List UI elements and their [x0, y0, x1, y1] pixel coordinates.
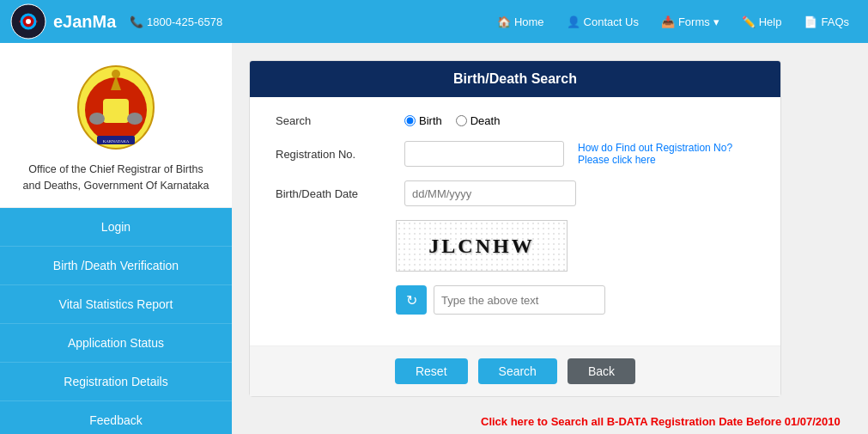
- reset-button[interactable]: Reset: [395, 358, 468, 384]
- content-area: Birth/Death Search Search Birth Death: [232, 43, 868, 434]
- captcha-text: JLCNHW: [428, 235, 534, 258]
- birth-radio-label[interactable]: Birth: [404, 114, 442, 127]
- phone-number: 1800-425-6578: [130, 15, 222, 28]
- search-button[interactable]: Search: [478, 358, 557, 384]
- reg-no-label: Registration No.: [276, 148, 396, 161]
- reg-no-help-link[interactable]: How do Find out Registration No?Please c…: [578, 142, 755, 166]
- nav-forms[interactable]: 📥 Forms ▾: [653, 10, 728, 34]
- svg-point-6: [89, 113, 105, 125]
- sidebar-item-reg-details[interactable]: Registration Details: [0, 363, 232, 401]
- sidebar-item-login[interactable]: Login: [0, 208, 232, 247]
- sidebar-item-feedback[interactable]: Feedback: [0, 401, 232, 435]
- search-card-body: Search Birth Death Registratio: [250, 97, 780, 345]
- scroll-ticker: Click here to Search all B-DATA Registra…: [464, 412, 868, 431]
- date-row: Birth/Death Date: [276, 180, 755, 206]
- sidebar-item-app-status[interactable]: Application Status: [0, 324, 232, 363]
- sidebar-item-vital-stats[interactable]: Vital Statistics Report: [0, 285, 232, 324]
- search-card-title: Birth/Death Search: [250, 61, 780, 97]
- death-radio-label[interactable]: Death: [456, 114, 501, 127]
- date-input[interactable]: [404, 180, 576, 206]
- sidebar: KARNATAKA Office of the Chief Registrar …: [0, 43, 232, 434]
- search-type-row: Search Birth Death: [276, 114, 755, 127]
- captcha-input[interactable]: [434, 285, 605, 315]
- nav-home[interactable]: 🏠 Home: [489, 10, 553, 34]
- svg-point-9: [112, 70, 120, 78]
- sidebar-menu: Login Birth /Death Verification Vital St…: [0, 208, 232, 435]
- reg-no-input[interactable]: [404, 141, 564, 167]
- karnataka-emblem: KARNATAKA: [73, 60, 159, 155]
- main-layout: KARNATAKA Office of the Chief Registrar …: [0, 43, 868, 434]
- birth-radio[interactable]: [404, 115, 416, 126]
- svg-point-2: [26, 19, 31, 24]
- nav-faqs[interactable]: 📄 FAQs: [795, 10, 858, 34]
- date-label: Birth/Death Date: [276, 187, 396, 200]
- svg-rect-5: [103, 99, 129, 123]
- action-row: Reset Search Back: [250, 345, 780, 396]
- captcha-image: JLCNHW: [396, 220, 568, 272]
- nav-contact[interactable]: 👤 Contact Us: [558, 10, 647, 34]
- reg-no-row: Registration No. How do Find out Registr…: [276, 141, 755, 167]
- sidebar-org-text: Office of the Chief Registrar of Births …: [23, 162, 209, 194]
- brand-name: eJanMa: [53, 12, 116, 32]
- sidebar-item-birth-death[interactable]: Birth /Death Verification: [0, 247, 232, 285]
- search-radio-group: Birth Death: [404, 114, 500, 127]
- search-label: Search: [276, 114, 396, 127]
- captcha-input-row: ↻: [396, 285, 755, 315]
- svg-point-7: [127, 113, 143, 125]
- captcha-container: JLCNHW: [396, 220, 755, 272]
- search-card: Birth/Death Search Search Birth Death: [249, 60, 781, 397]
- nav-links: 🏠 Home 👤 Contact Us 📥 Forms ▾ ✏️ Help 📄 …: [489, 10, 858, 34]
- top-navbar: eJanMa 1800-425-6578 🏠 Home 👤 Contact Us…: [0, 0, 868, 43]
- nav-help[interactable]: ✏️ Help: [733, 10, 791, 34]
- back-button[interactable]: Back: [568, 358, 635, 384]
- app-logo: [10, 3, 46, 40]
- refresh-captcha-button[interactable]: ↻: [396, 285, 427, 315]
- sidebar-logo-area: KARNATAKA Office of the Chief Registrar …: [0, 43, 232, 208]
- svg-text:KARNATAKA: KARNATAKA: [103, 139, 130, 144]
- death-radio[interactable]: [456, 115, 467, 126]
